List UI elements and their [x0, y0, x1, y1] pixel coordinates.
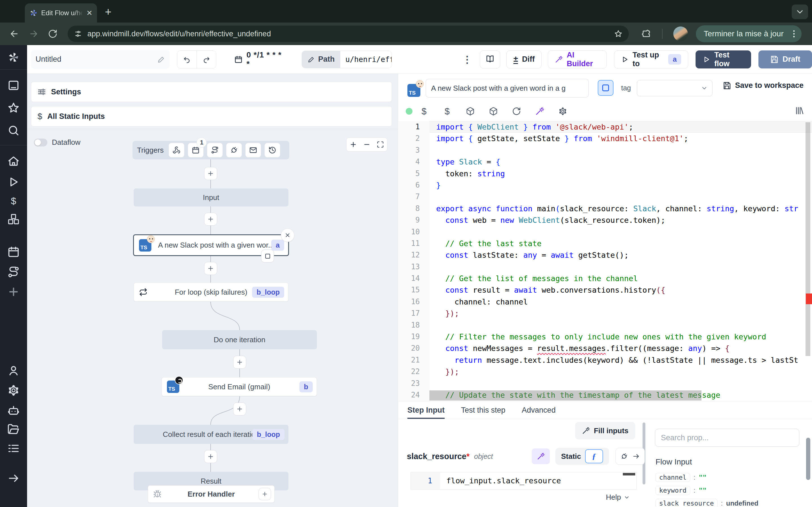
prop-pill[interactable]: channel: [656, 473, 690, 482]
sidebar-item-favorites[interactable]: [7, 102, 20, 114]
step-summary-input[interactable]: [426, 79, 589, 98]
insert-step-button[interactable]: [233, 356, 246, 369]
zoom-out-icon[interactable]: [363, 141, 370, 148]
expression-mode-button[interactable]: ƒ: [585, 449, 603, 463]
code-line[interactable]: return message.text.includes(keyword) &&…: [429, 354, 812, 366]
do-one-iteration-node[interactable]: Do one iteration: [162, 330, 317, 349]
flow-input-prop-row[interactable]: slack_resource:undefined: [656, 497, 804, 507]
flow-settings-button[interactable]: Settings: [31, 82, 392, 102]
browser-profile-avatar[interactable]: [673, 26, 688, 41]
delete-step-button[interactable]: [281, 228, 294, 242]
connect-input-buttons[interactable]: [615, 448, 645, 465]
extensions-icon[interactable]: [641, 29, 651, 39]
sidebar-item-home[interactable]: [7, 155, 20, 167]
sidebar-item-add[interactable]: [7, 286, 20, 298]
ai-builder-button[interactable]: AI Builder: [548, 50, 606, 68]
site-info-icon[interactable]: [74, 30, 82, 38]
ai-fill-prop-button[interactable]: [532, 448, 550, 464]
code-line[interactable]: [429, 191, 812, 203]
code-line[interactable]: });: [429, 366, 812, 378]
flow-title-field[interactable]: [31, 50, 170, 69]
websocket-trigger-button[interactable]: [226, 143, 242, 158]
search-prop-input[interactable]: [655, 429, 799, 447]
reload-icon[interactable]: [48, 29, 57, 39]
test-up-to-button[interactable]: Test up to a: [614, 50, 688, 68]
tab-test-this-step[interactable]: Test this step: [461, 401, 506, 419]
undo-button[interactable]: [177, 51, 197, 68]
insert-step-button[interactable]: [204, 167, 217, 180]
code-line[interactable]: // Get the last state: [429, 238, 812, 249]
library-button[interactable]: [795, 106, 804, 117]
new-tab-button[interactable]: +: [105, 6, 111, 17]
tab-close-icon[interactable]: ✕: [86, 9, 93, 17]
prop-expression-editor[interactable]: 1 flow_input.slack_resource: [410, 472, 637, 490]
flow-input-prop-row[interactable]: channel:"": [656, 471, 804, 484]
browser-update-button[interactable]: Terminer la mise à jour: [696, 25, 802, 42]
sidebar-item-variables[interactable]: $: [11, 196, 16, 206]
add-variable-button[interactable]: $: [412, 106, 436, 117]
sidebar-item-folders[interactable]: [7, 423, 20, 436]
insert-step-button[interactable]: [204, 213, 217, 226]
prop-pill[interactable]: keyword: [656, 486, 690, 495]
route-trigger-button[interactable]: [207, 143, 223, 158]
docs-button[interactable]: [480, 50, 500, 68]
sidebar-item-schedules[interactable]: [7, 245, 20, 258]
fit-view-icon[interactable]: [377, 141, 384, 148]
flow-input-prop-row[interactable]: keyword:"": [656, 484, 804, 497]
flow-input-node[interactable]: Input: [134, 188, 289, 207]
code-line[interactable]: const newMessages = result.messages.filt…: [429, 342, 812, 354]
dataflow-toggle[interactable]: [34, 138, 47, 147]
code-line[interactable]: import { getState, setState } from 'wind…: [429, 133, 812, 144]
flow-title-input[interactable]: [36, 55, 157, 64]
bookmark-star-icon[interactable]: [614, 30, 622, 38]
send-email-node[interactable]: TS Send Email (gmail) b: [161, 377, 317, 396]
sidebar-item-workers[interactable]: [7, 404, 20, 416]
code-line[interactable]: [429, 226, 812, 238]
redo-button[interactable]: [197, 51, 216, 68]
sidebar-item-apps[interactable]: [7, 79, 20, 92]
address-bar[interactable]: app.windmill.dev/flows/edit/u/henri/effe…: [68, 25, 629, 42]
sidebar-item-flows[interactable]: [7, 266, 20, 278]
code-line[interactable]: const result = await web.conversations.h…: [429, 284, 812, 296]
tag-select[interactable]: [637, 80, 712, 96]
sidebar-item-runs[interactable]: [7, 176, 20, 188]
code-line[interactable]: }: [429, 179, 812, 191]
mini-editor-code[interactable]: flow_input.slack_resource: [440, 472, 637, 489]
more-options-kebab-icon[interactable]: ⋮: [462, 54, 472, 65]
code-line[interactable]: [429, 261, 812, 273]
windmill-logo[interactable]: [7, 51, 20, 64]
save-to-workspace-button[interactable]: Save to workspace: [723, 81, 804, 90]
tab-advanced[interactable]: Advanced: [522, 401, 556, 419]
ai-assist-button[interactable]: [528, 107, 551, 116]
help-link[interactable]: Help: [606, 493, 630, 502]
code-lines[interactable]: import { WebClient } from '@slack/web-ap…: [429, 121, 812, 401]
code-line[interactable]: const web = new WebClient(slack_resource…: [429, 214, 812, 226]
draft-button[interactable]: Draft: [758, 50, 812, 68]
cache-toggle-button[interactable]: [598, 80, 613, 96]
code-line[interactable]: export async function main(slack_resourc…: [429, 203, 812, 214]
schedule-indicator[interactable]: 0 */1 * * * *: [234, 50, 284, 68]
sidebar-item-logs[interactable]: [7, 442, 20, 455]
code-line[interactable]: type Slack = {: [429, 156, 812, 168]
poll-trigger-button[interactable]: [264, 143, 280, 158]
package-lock-button[interactable]: [482, 107, 505, 116]
sidebar-collapse-icon[interactable]: [7, 472, 20, 485]
breakpoint-button[interactable]: [261, 249, 274, 263]
back-icon[interactable]: [10, 29, 19, 39]
fill-inputs-button[interactable]: Fill inputs: [575, 422, 635, 439]
code-line[interactable]: // Filter the messages to only include n…: [429, 331, 812, 342]
email-trigger-button[interactable]: [245, 143, 261, 158]
code-line[interactable]: [429, 145, 812, 156]
insert-step-button[interactable]: [204, 262, 217, 275]
code-editor[interactable]: 123456789101112131415161718192021222324 …: [398, 121, 812, 401]
diff-button[interactable]: ±Diff: [506, 50, 542, 68]
sidebar-item-settings[interactable]: [7, 384, 20, 397]
insert-step-button[interactable]: [233, 402, 246, 415]
package-button[interactable]: [459, 107, 482, 116]
schedule-trigger-button[interactable]: 1: [188, 143, 204, 158]
sidebar-item-users[interactable]: [7, 364, 20, 377]
forward-icon[interactable]: [29, 29, 38, 39]
code-line[interactable]: channel: channel: [429, 296, 812, 307]
path-chip[interactable]: Path u/henri/eff: [302, 51, 392, 68]
collect-result-node[interactable]: Collect result of each iteration b_loop: [134, 425, 289, 444]
